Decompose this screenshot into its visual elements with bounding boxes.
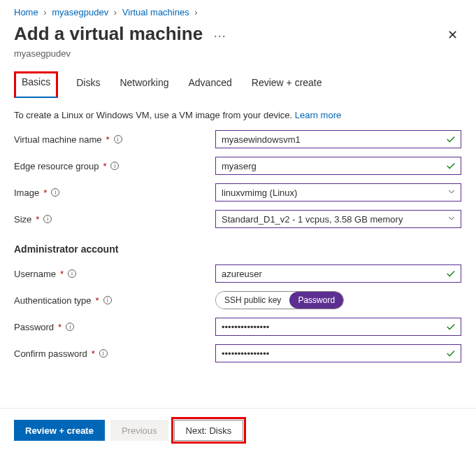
password-label: Password: [14, 322, 54, 332]
tab-disks[interactable]: Disks: [75, 71, 101, 97]
breadcrumb-home[interactable]: Home: [14, 7, 38, 17]
auth-type-label: Authentication type: [14, 295, 92, 306]
auth-password-option[interactable]: Password: [289, 292, 343, 309]
next-disks-button[interactable]: Next: Disks: [174, 420, 244, 441]
required-icon: *: [58, 322, 62, 332]
chevron-down-icon: [447, 188, 456, 198]
edge-rg-label: Edge resource group: [14, 161, 99, 171]
previous-button[interactable]: Previous: [110, 420, 168, 441]
breadcrumb-sep: ›: [114, 7, 117, 17]
info-icon[interactable]: i: [51, 188, 59, 197]
footer-bar: Review + create Previous Next: Disks: [0, 408, 476, 452]
breadcrumb: Home › myasegpudev › Virtual machines ›: [0, 0, 476, 20]
edge-rg-input[interactable]: [215, 157, 461, 175]
size-label: Size: [14, 214, 31, 225]
breadcrumb-vms[interactable]: Virtual machines: [122, 7, 189, 17]
required-icon: *: [106, 134, 110, 145]
required-icon: *: [60, 269, 64, 279]
info-icon[interactable]: i: [114, 135, 122, 143]
required-icon: *: [96, 295, 99, 306]
page-subtitle: myasegpudev: [0, 47, 476, 71]
vm-name-input[interactable]: [215, 130, 461, 148]
confirm-password-input[interactable]: [215, 344, 461, 362]
vm-name-label: Virtual machine name: [14, 134, 102, 145]
more-actions-icon[interactable]: ···: [214, 29, 226, 43]
checkmark-icon: [446, 161, 456, 171]
chevron-down-icon: [447, 214, 456, 225]
required-icon: *: [36, 214, 39, 225]
info-icon[interactable]: i: [68, 269, 76, 278]
image-select[interactable]: linuxvmimg (Linux): [215, 183, 461, 202]
info-icon[interactable]: i: [99, 349, 108, 358]
intro-text: To create a Linux or Windows VM, use a V…: [0, 97, 476, 130]
tab-basics[interactable]: Basics: [14, 71, 58, 98]
breadcrumb-sep: ›: [43, 7, 46, 17]
checkmark-icon: [446, 322, 456, 332]
page-title: Add a virtual machine: [14, 23, 203, 44]
username-input[interactable]: [215, 264, 461, 283]
tab-review-create[interactable]: Review + create: [250, 71, 324, 97]
tab-networking[interactable]: Networking: [118, 71, 170, 97]
learn-more-link[interactable]: Learn more: [295, 110, 341, 120]
review-create-button[interactable]: Review + create: [14, 420, 105, 441]
info-icon[interactable]: i: [66, 323, 74, 331]
required-icon: *: [92, 348, 95, 359]
close-icon[interactable]: ✕: [443, 23, 462, 47]
confirm-password-label: Confirm password: [14, 348, 87, 359]
size-select[interactable]: Standard_D1_v2 - 1 vcpus, 3.58 GB memory: [215, 210, 461, 228]
tab-advanced[interactable]: Advanced: [187, 71, 233, 97]
username-label: Username: [14, 269, 56, 279]
info-icon[interactable]: i: [110, 162, 119, 170]
required-icon: *: [43, 188, 47, 198]
image-label: Image: [14, 188, 39, 198]
breadcrumb-sep: ›: [194, 7, 197, 17]
info-icon[interactable]: i: [103, 296, 112, 304]
admin-account-heading: Administrator account: [0, 236, 476, 264]
checkmark-icon: [446, 134, 456, 144]
checkmark-icon: [446, 269, 456, 278]
info-icon[interactable]: i: [43, 215, 52, 223]
auth-ssh-option[interactable]: SSH public key: [216, 292, 289, 309]
checkmark-icon: [446, 348, 456, 358]
auth-type-toggle: SSH public key Password: [215, 291, 344, 309]
required-icon: *: [103, 161, 106, 171]
tabs-bar: Basics Disks Networking Advanced Review …: [0, 71, 476, 97]
breadcrumb-resource[interactable]: myasegpudev: [52, 7, 108, 17]
password-input[interactable]: [215, 318, 461, 336]
